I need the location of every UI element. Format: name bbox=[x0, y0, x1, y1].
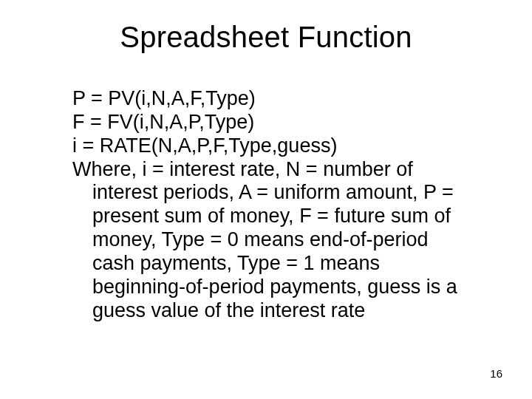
slide-body: P = PV(i,N,A,F,Type) F = FV(i,N,A,P,Type… bbox=[72, 87, 471, 323]
body-line-1: P = PV(i,N,A,F,Type) bbox=[72, 87, 471, 111]
body-line-3: i = RATE(N,A,P,F,Type,guess) bbox=[72, 134, 471, 158]
body-definitions: Where, i = interest rate, N = number of … bbox=[72, 158, 471, 323]
slide: Spreadsheet Function P = PV(i,N,A,F,Type… bbox=[0, 0, 532, 399]
page-number: 16 bbox=[490, 367, 502, 380]
body-line-2: F = FV(i,N,A,P,Type) bbox=[72, 111, 471, 134]
slide-title: Spreadsheet Function bbox=[0, 21, 532, 54]
